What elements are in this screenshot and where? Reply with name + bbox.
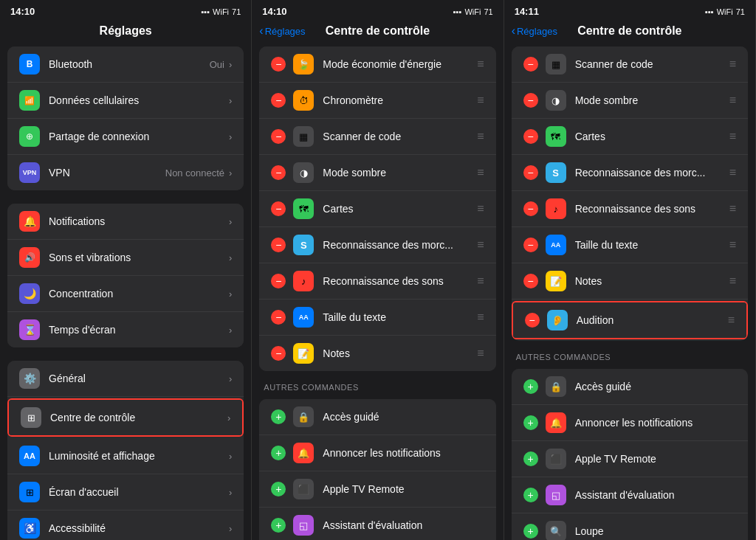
row-eval-assist-3[interactable]: + ◱ Assistant d'évaluation [512,477,748,513]
row-general[interactable]: ⚙️ Général › [7,361,244,397]
row-scanner-3[interactable]: − ▦ Scanner de code ≡ [512,46,748,83]
row-maps[interactable]: − 🗺 Cartes ≡ [259,191,495,227]
sounds-icon: 🔊 [19,247,40,268]
add-loupe-3[interactable]: + [523,524,538,539]
row-cellular[interactable]: 📶 Données cellulaires › [7,83,244,119]
row-chrono[interactable]: − ⏱ Chronomètre ≡ [259,83,495,119]
dark-mode-icon: ◑ [293,162,314,183]
row-apple-tv-3[interactable]: + ⬛ Apple TV Remote [512,441,748,477]
row-vpn[interactable]: VPN VPN Non connecté › [7,155,244,190]
eval-assist-icon: ◱ [293,515,314,536]
row-audition-active[interactable]: − 👂 Audition ≡ [513,302,746,338]
add-announce-notif[interactable]: + [271,446,286,460]
remove-scanner-3[interactable]: − [523,57,538,72]
row-apple-tv[interactable]: + ⬛ Apple TV Remote [259,471,495,508]
chevron-cellular: › [229,95,232,106]
remove-notes[interactable]: − [271,346,286,361]
maps-label-3: Cartes [575,131,724,142]
add-announce-notif-3[interactable]: + [523,415,538,430]
row-notes-3[interactable]: − 📝 Notes ≡ [512,263,748,300]
row-bluetooth[interactable]: B Bluetooth Oui › [7,46,244,83]
row-sound-recog[interactable]: − ♪ Reconnaissance des sons ≡ [259,263,495,300]
status-bar-2: 14:10 ▪▪▪ WiFi 71 [252,0,503,20]
focus-icon: 🌙 [19,283,40,304]
row-control-center[interactable]: ⊞ Centre de contrôle › [9,400,242,435]
remove-dark-mode-3[interactable]: − [523,93,538,108]
remove-notes-3[interactable]: − [523,274,538,288]
row-economy[interactable]: − 🍃 Mode économie d'énergie ≡ [259,46,495,83]
row-dark-mode-3[interactable]: − ◑ Mode sombre ≡ [512,83,748,119]
row-eval-assist[interactable]: + ◱ Assistant d'évaluation [259,508,495,540]
row-accessibility[interactable]: ♿ Accessibilité › [7,510,244,540]
row-guided-access[interactable]: + 🔒 Accès guidé [259,399,495,435]
accessibility-icon: ♿ [19,518,40,539]
panel-settings: 14:10 ▪▪▪ WiFi 71 Réglages B Bluetooth O… [0,0,252,540]
remove-scanner[interactable]: − [271,129,286,144]
row-focus[interactable]: 🌙 Concentration › [7,276,244,312]
row-screen-time[interactable]: ⌛ Temps d'écran › [7,312,244,347]
row-sound-recog-3[interactable]: − ♪ Reconnaissance des sons ≡ [512,191,748,227]
remove-maps-3[interactable]: − [523,129,538,144]
remove-shazam-3[interactable]: − [523,165,538,180]
row-announce-notif-3[interactable]: + 🔔 Annoncer les notifications [512,405,748,441]
remove-sound-recog-3[interactable]: − [523,201,538,216]
status-icons-1: ▪▪▪ WiFi 71 [201,7,241,16]
remove-economy[interactable]: − [271,57,286,72]
row-homescreen[interactable]: ⊞ Écran d'accueil › [7,474,244,510]
display-icon: AA [19,446,40,466]
battery-icon-2: 71 [484,7,492,16]
vpn-label: VPN [49,167,165,179]
remove-audition-active[interactable]: − [525,313,540,328]
battery-icon-3: 71 [736,7,745,16]
add-apple-tv-3[interactable]: + [523,451,538,466]
guided-access-label: Accès guidé [323,411,484,423]
row-notes[interactable]: − 📝 Notes ≡ [259,336,495,371]
remove-shazam[interactable]: − [271,238,286,252]
row-announce-notif[interactable]: + 🔔 Annoncer les notifications [259,435,495,471]
row-shazam-3[interactable]: − S Reconnaissance des morc... ≡ [512,155,748,191]
row-loupe-3[interactable]: + 🔍 Loupe [512,513,748,540]
row-sounds[interactable]: 🔊 Sons et vibrations › [7,240,244,276]
add-guided-access-3[interactable]: + [523,379,538,394]
audition-icon-active: 👂 [547,310,568,330]
eval-assist-label-3: Assistant d'évaluation [575,489,736,501]
remove-text-size-3[interactable]: − [523,238,538,252]
scroll-content-1[interactable]: B Bluetooth Oui › 📶 Données cellulaires … [0,44,251,540]
row-dark-mode[interactable]: − ◑ Mode sombre ≡ [259,155,495,191]
remove-text-size[interactable]: − [271,310,286,325]
apple-tv-icon: ⬛ [293,479,314,499]
nav-header-2: ‹ Réglages Centre de contrôle [252,20,503,44]
cellular-label: Données cellulaires [49,94,229,106]
row-scanner[interactable]: − ▦ Scanner de code ≡ [259,119,495,155]
homescreen-icon: ⊞ [19,482,40,502]
dark-mode-label-3: Mode sombre [575,94,724,106]
row-guided-access-3[interactable]: + 🔒 Accès guidé [512,369,748,405]
add-apple-tv[interactable]: + [271,482,286,496]
notes-label-3: Notes [575,275,724,287]
back-label-3: Réglages [517,26,557,37]
row-notifications[interactable]: 🔔 Notifications › [7,204,244,240]
audition-label-active: Audition [577,314,722,326]
scroll-content-2[interactable]: − 🍃 Mode économie d'énergie ≡ − ⏱ Chrono… [252,44,503,540]
add-guided-access[interactable]: + [271,409,286,424]
row-shazam[interactable]: − S Reconnaissance des morc... ≡ [259,227,495,263]
row-text-size-3[interactable]: − AA Taille du texte ≡ [512,227,748,263]
row-display[interactable]: AA Luminosité et affichage › [7,438,244,474]
row-hotspot[interactable]: ⊕ Partage de connexion › [7,119,244,155]
remove-maps[interactable]: − [271,201,286,216]
add-eval-assist-3[interactable]: + [523,488,538,502]
remove-chrono[interactable]: − [271,93,286,108]
page-title-3: Centre de contrôle [577,24,681,38]
add-eval-assist[interactable]: + [271,518,286,533]
back-button-3[interactable]: ‹ Réglages [512,24,557,38]
scroll-content-3[interactable]: − ▦ Scanner de code ≡ − ◑ Mode sombre ≡ … [504,44,755,540]
remove-sound-recog[interactable]: − [271,274,286,288]
row-text-size[interactable]: − AA Taille du texte ≡ [259,300,495,336]
wifi-icon: WiFi [213,7,229,16]
sounds-label: Sons et vibrations [49,252,229,263]
row-maps-3[interactable]: − 🗺 Cartes ≡ [512,119,748,155]
maps-icon-3: 🗺 [546,126,566,147]
drag-shazam: ≡ [477,238,484,252]
back-button-2[interactable]: ‹ Réglages [259,24,305,38]
remove-dark-mode[interactable]: − [271,165,286,180]
